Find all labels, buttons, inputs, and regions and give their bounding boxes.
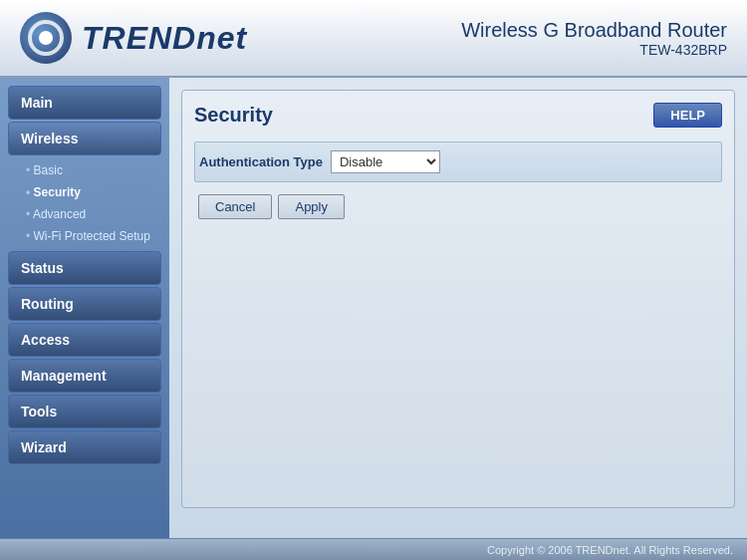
content-area: Security HELP Authentication Type Disabl… [169, 78, 747, 538]
sidebar-item-wizard[interactable]: Wizard [8, 430, 161, 464]
header: TRENDnet Wireless G Broadband Router TEW… [0, 0, 747, 78]
sidebar-subitem-security[interactable]: Security [8, 181, 161, 203]
logo-area: TRENDnet [20, 12, 247, 64]
sidebar-item-routing[interactable]: Routing [8, 287, 161, 321]
footer: Copyright © 2006 TRENDnet. All Rights Re… [0, 538, 747, 560]
model-number: TEW-432BRP [461, 42, 727, 58]
copyright-text: Copyright © 2006 TRENDnet. All Rights Re… [487, 544, 733, 556]
sidebar-item-main[interactable]: Main [8, 86, 161, 120]
brand-name: TRENDnet [82, 20, 247, 57]
header-right: Wireless G Broadband Router TEW-432BRP [461, 19, 727, 58]
sidebar-item-management[interactable]: Management [8, 359, 161, 393]
auth-type-row: Authentication Type Disable WEP WPA-Pers… [194, 141, 722, 182]
main-layout: Main Wireless Basic Security Advanced Wi… [0, 78, 747, 538]
sidebar-subitem-wps[interactable]: Wi-Fi Protected Setup [8, 225, 161, 247]
button-row: Cancel Apply [194, 190, 722, 223]
sidebar-subitem-advanced[interactable]: Advanced [8, 203, 161, 225]
apply-button[interactable]: Apply [278, 194, 345, 219]
auth-type-select[interactable]: Disable WEP WPA-Personal WPA2-Personal W… [331, 150, 440, 173]
sidebar-item-tools[interactable]: Tools [8, 395, 161, 428]
content-inner: Security HELP Authentication Type Disabl… [181, 90, 735, 508]
sidebar-item-access[interactable]: Access [8, 323, 161, 357]
section-header: Security HELP [194, 103, 722, 128]
sidebar: Main Wireless Basic Security Advanced Wi… [0, 78, 169, 538]
cancel-button[interactable]: Cancel [198, 194, 272, 219]
trendnet-logo-icon [20, 12, 72, 64]
sidebar-item-status[interactable]: Status [8, 251, 161, 285]
help-button[interactable]: HELP [653, 103, 722, 128]
auth-type-label: Authentication Type [199, 154, 323, 169]
product-line: Wireless G Broadband Router [461, 19, 727, 42]
wireless-submenu: Basic Security Advanced Wi-Fi Protected … [8, 157, 161, 249]
sidebar-subitem-basic[interactable]: Basic [8, 159, 161, 181]
sidebar-item-wireless[interactable]: Wireless [8, 122, 161, 155]
section-title: Security [194, 104, 273, 127]
